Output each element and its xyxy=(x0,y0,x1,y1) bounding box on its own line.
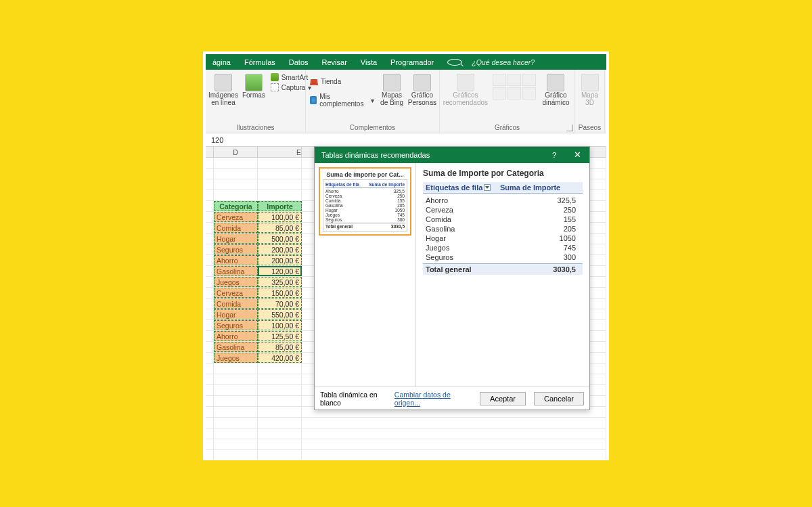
formula-bar[interactable]: 120 xyxy=(206,133,606,147)
people-graph-icon xyxy=(413,74,431,91)
pivot-row-label: Ahorro xyxy=(426,196,500,204)
chart-mini-icon xyxy=(508,87,521,100)
cell-categoria[interactable]: Juegos xyxy=(214,277,258,287)
bing-maps-icon xyxy=(383,74,401,91)
imagenes-en-linea-button[interactable]: Imágenes en línea xyxy=(208,71,238,106)
pivot-row: Cerveza250 xyxy=(423,205,583,215)
chart-type-gallery[interactable] xyxy=(493,71,536,100)
recommendation-thumb[interactable]: Suma de Importe por Cat... Etiquetas de … xyxy=(319,167,411,236)
filter-dropdown-icon[interactable] xyxy=(484,184,491,191)
menu-item[interactable]: Programador xyxy=(384,58,441,66)
cell-categoria[interactable]: Seguros xyxy=(214,244,258,255)
pivot-row-value: 155 xyxy=(500,215,580,223)
column-header[interactable]: E xyxy=(258,147,302,157)
cell-importe[interactable]: 100,00 € xyxy=(258,320,302,330)
recommended-charts-icon xyxy=(457,74,474,91)
menu-item[interactable]: Vista xyxy=(354,58,384,66)
change-source-link[interactable]: Cambiar datos de origen... xyxy=(394,391,464,407)
chart-mini-icon xyxy=(522,87,536,100)
cell-categoria[interactable]: Comida xyxy=(214,299,258,309)
cell-importe[interactable]: 100,00 € xyxy=(258,212,302,222)
menu-item[interactable]: Datos xyxy=(282,58,315,66)
cell-importe[interactable]: 200,00 € xyxy=(258,244,302,255)
cell-importe[interactable]: 420,00 € xyxy=(258,353,302,363)
pivot-row-value: 325,5 xyxy=(500,196,580,204)
cell-categoria[interactable]: Hogar xyxy=(214,309,258,319)
grafico-personas-button[interactable]: Gráfico Personas xyxy=(408,71,436,106)
pivot-row-value: 205 xyxy=(500,225,580,233)
ribbon-group-graficos: Gráficos recomendados Gráfico dinámico G… xyxy=(440,70,575,133)
values-header: Suma de Importe xyxy=(497,182,583,193)
formas-button[interactable]: Formas xyxy=(242,71,265,100)
cell-categoria[interactable]: Hogar xyxy=(214,234,258,244)
pivot-row: Seguros300 xyxy=(423,252,583,262)
cell-categoria[interactable]: Ahorro xyxy=(214,255,258,265)
blank-pivot-button[interactable]: Tabla dinámica en blanco xyxy=(320,391,386,407)
cell-importe[interactable]: 70,00 € xyxy=(258,299,302,309)
chart-mini-icon xyxy=(522,74,536,86)
cell-importe[interactable]: 500,00 € xyxy=(258,234,302,244)
cell-categoria[interactable]: Cerveza xyxy=(214,212,258,222)
cell-importe[interactable]: 325,00 € xyxy=(258,277,302,287)
cell-categoria[interactable]: Seguros xyxy=(214,320,258,330)
group-label: Complementos xyxy=(309,124,436,133)
cell-categoria[interactable]: Ahorro xyxy=(214,331,258,341)
tell-me-search[interactable]: ¿Qué desea hacer? xyxy=(441,58,548,66)
pivot-row-value: 300 xyxy=(500,253,580,261)
pivot-header: Etiquetas de fila Suma de Importe xyxy=(423,182,583,194)
table-header-categoria[interactable]: Categoria xyxy=(214,201,258,211)
menu-item[interactable]: Fórmulas xyxy=(238,58,282,66)
cell-categoria[interactable]: Comida xyxy=(214,223,258,233)
cell-importe[interactable]: 200,00 € xyxy=(258,255,302,265)
recommendation-list[interactable]: Suma de Importe por Cat... Etiquetas de … xyxy=(315,163,416,387)
store-icon xyxy=(310,77,318,85)
pivot-row-label: Seguros xyxy=(426,253,500,261)
pivot-row-label: Comida xyxy=(426,215,500,223)
menu-item[interactable]: Revisar xyxy=(315,58,354,66)
grafico-dinamico-button[interactable]: Gráfico dinámico xyxy=(540,71,572,106)
cell-importe[interactable]: 125,50 € xyxy=(258,331,302,341)
ok-button[interactable]: Aceptar xyxy=(480,392,526,405)
ribbon: Imágenes en línea Formas SmartArt Captur… xyxy=(206,70,606,133)
grid-row[interactable] xyxy=(206,428,606,439)
pivot-row-label: Hogar xyxy=(426,234,500,242)
cell-categoria[interactable]: Juegos xyxy=(214,353,258,363)
group-label: Paseos xyxy=(578,124,602,133)
mapa-3d-button[interactable]: Mapa 3D xyxy=(578,71,602,106)
chart-mini-icon xyxy=(493,74,506,86)
chart-mini-icon xyxy=(493,87,506,100)
cancel-button[interactable]: Cancelar xyxy=(534,392,584,405)
group-label: Ilustraciones xyxy=(208,124,302,133)
mis-complementos-button[interactable]: Mis complementos ▾ xyxy=(309,92,376,108)
close-button[interactable]: ✕ xyxy=(566,147,588,163)
cell-categoria[interactable]: Cerveza xyxy=(214,288,258,298)
preview-title: Suma de Importe por Categoria xyxy=(423,169,583,178)
column-header[interactable]: D xyxy=(214,147,258,157)
cell-importe[interactable]: 85,00 € xyxy=(258,342,302,352)
cell-importe[interactable]: 150,00 € xyxy=(258,288,302,298)
pivot-row-value: 1050 xyxy=(500,234,580,242)
pivot-row: Juegos745 xyxy=(423,243,583,252)
mapas-bing-button[interactable]: Mapas de Bing xyxy=(380,71,403,106)
row-labels-header: Etiquetas de fila xyxy=(426,183,482,192)
thumb-title: Suma de Importe por Cat... xyxy=(323,171,407,178)
table-header-importe[interactable]: Importe xyxy=(258,201,302,211)
group-label: Gráficos xyxy=(443,124,572,133)
grid-row[interactable] xyxy=(206,450,606,460)
grid-row[interactable] xyxy=(206,439,606,450)
dialog-launcher-icon[interactable] xyxy=(566,125,573,131)
cell-categoria[interactable]: Gasolina xyxy=(214,266,258,276)
help-button[interactable]: ? xyxy=(543,147,565,163)
grid-row[interactable] xyxy=(206,418,606,428)
cell-importe[interactable]: 120,00 € xyxy=(258,266,302,276)
cell-importe[interactable]: 550,00 € xyxy=(258,309,302,319)
cell-categoria[interactable]: Gasolina xyxy=(214,342,258,352)
chevron-down-icon: ▾ xyxy=(371,97,374,104)
pivot-row: Ahorro325,5 xyxy=(423,196,583,205)
tienda-button[interactable]: Tienda xyxy=(309,76,376,86)
map-3d-icon xyxy=(581,74,599,91)
cell-importe[interactable]: 85,00 € xyxy=(258,223,302,233)
menu-item[interactable]: ágina xyxy=(206,58,238,66)
graficos-recomendados-button[interactable]: Gráficos recomendados xyxy=(443,71,489,106)
formula-value: 120 xyxy=(206,136,223,144)
